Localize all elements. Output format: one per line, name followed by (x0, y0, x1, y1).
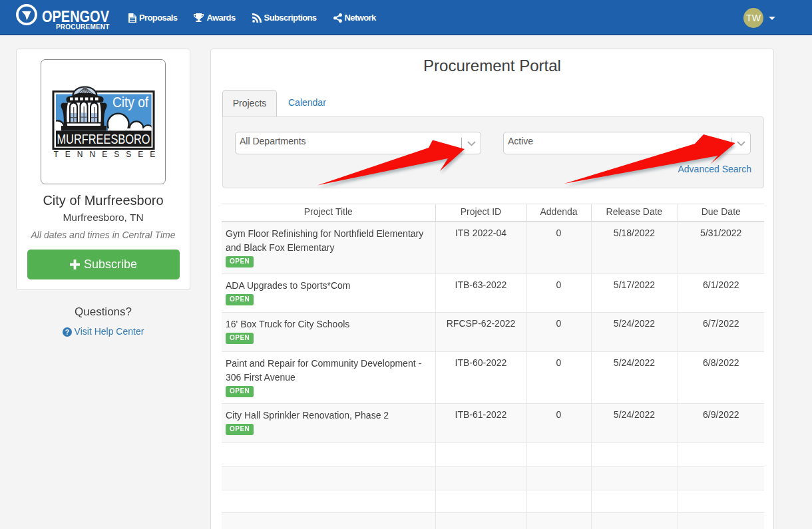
svg-text:MURFREESBORO: MURFREESBORO (57, 131, 150, 146)
svg-text:City of: City of (112, 94, 148, 110)
svg-text:?: ? (65, 328, 69, 336)
svg-text:TENNESSEE: TENNESSEE (54, 150, 162, 159)
